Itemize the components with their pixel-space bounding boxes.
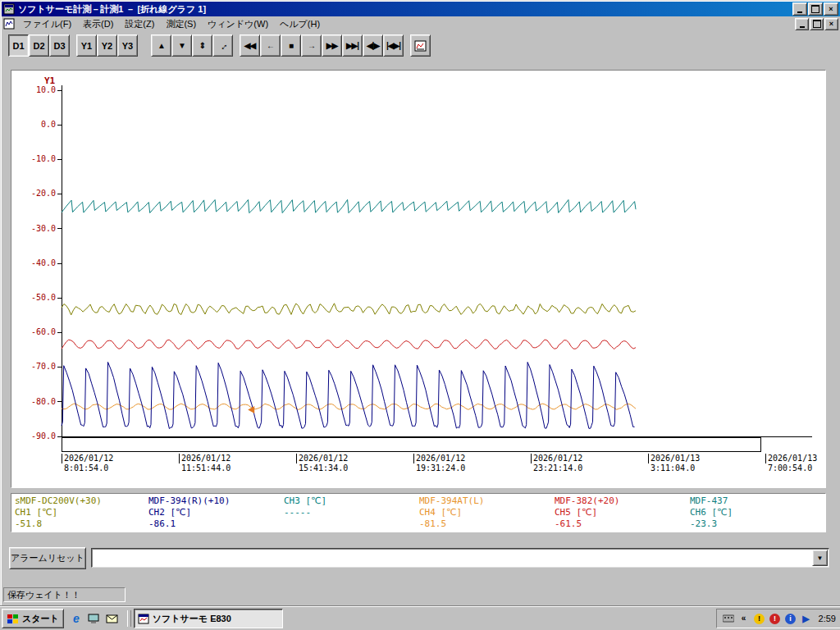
up-down-arrow-icon: ⇕	[199, 41, 205, 50]
x-tick-label-4: 2026/01/1219:31:24.0	[416, 454, 508, 473]
scroll-updown-button[interactable]: ⇕	[192, 34, 212, 57]
app-window: ソフトサーモ計測－計測1 － [折れ線グラフ 1] × ファイル(F) 表示(D…	[0, 0, 840, 607]
menu-settings[interactable]: 設定(Z)	[119, 16, 160, 32]
alarm-selector[interactable]: ▼	[91, 548, 829, 568]
step-back-button[interactable]: ←	[260, 34, 281, 57]
ie-icon[interactable]: e	[69, 611, 84, 626]
toolbar-y2-button[interactable]: Y2	[97, 34, 117, 57]
window-title: ソフトサーモ計測－計測1 － [折れ線グラフ 1]	[18, 3, 792, 16]
menu-help[interactable]: ヘルプ(H)	[274, 16, 326, 32]
x-tick-label-5: 2026/01/1223:21:14.0	[533, 454, 625, 473]
fast-forward-icon: ▶▶	[326, 41, 337, 50]
warning-tray-icon[interactable]: !	[753, 612, 766, 625]
alarm-reset-button[interactable]: アラームリセット	[9, 547, 86, 569]
toolbar-y3-button[interactable]: Y3	[117, 34, 138, 57]
status-text: 保存ウェイト！！	[7, 589, 80, 601]
channel-legend-ch6: MDF-437 CH6 [℃] -23.3	[690, 495, 823, 530]
step-forward-button[interactable]: →	[301, 34, 322, 57]
toolbar-y1-button[interactable]: Y1	[76, 34, 97, 57]
scroll-up-button[interactable]: ▲	[151, 34, 171, 57]
alarm-selector-value	[94, 551, 812, 563]
app-icon	[3, 3, 15, 15]
menu-measure[interactable]: 測定(S)	[160, 16, 202, 32]
child-close-button[interactable]: ×	[824, 18, 838, 30]
toolbar-d3-button[interactable]: D3	[49, 34, 70, 57]
minimize-button[interactable]	[792, 2, 807, 16]
rewind-icon: ◀◀	[244, 41, 255, 50]
expand-icon: ◀|▶	[367, 41, 379, 50]
alert-tray-icon[interactable]: !	[769, 612, 782, 625]
compress-time-button[interactable]: |◀▶|	[383, 34, 404, 57]
x-tick-label-1: 2026/01/128:01:54.0	[64, 454, 156, 473]
channel-legend-ch3: CH3 [℃] -----	[284, 495, 417, 518]
toolbar-d1-button[interactable]: D1	[8, 34, 29, 57]
channel-name: MDF-394(R)(+10)	[148, 495, 281, 507]
right-arrow-icon: →	[308, 41, 315, 50]
left-arrow-icon: ←	[267, 41, 274, 50]
child-minimize-button[interactable]	[795, 18, 809, 30]
system-tray: « ! ! i ▶ 2:59	[716, 609, 840, 628]
stop-icon: ■	[289, 41, 293, 50]
channel-name: MDF-394AT(L)	[419, 495, 552, 507]
time-range-bar[interactable]	[62, 438, 761, 452]
up-arrow-icon: ▲	[158, 41, 165, 50]
menu-file[interactable]: ファイル(F)	[17, 16, 77, 32]
plot-area	[11, 71, 825, 487]
taskbar-clock: 2:59	[819, 614, 836, 623]
menu-view[interactable]: 表示(D)	[77, 16, 119, 32]
windows-logo-icon	[7, 613, 20, 624]
fast-forward-button[interactable]: ▶▶	[322, 34, 342, 57]
alarm-row: アラームリセット ▼	[1, 546, 840, 570]
desktop-icon[interactable]	[87, 611, 102, 626]
channel-value: -86.1	[148, 518, 281, 530]
collapse-chevron-icon[interactable]: «	[737, 612, 751, 625]
status-panel: 保存ウェイト！！	[3, 587, 126, 602]
menu-window[interactable]: ウィンドウ(W)	[202, 16, 274, 32]
play-tray-icon[interactable]: ▶	[800, 612, 813, 625]
channel-value: -23.3	[690, 518, 823, 530]
channel-name: MDF-437	[690, 495, 823, 507]
expand-time-button[interactable]: ◀|▶	[363, 34, 383, 57]
restore-button[interactable]	[808, 2, 823, 16]
start-label: スタート	[22, 613, 59, 625]
channel-label: CH1 [℃]	[15, 507, 148, 518]
quick-launch: e	[69, 611, 120, 626]
task-app-icon	[138, 614, 149, 624]
input-device-icon[interactable]	[722, 612, 735, 625]
close-button[interactable]: ×	[824, 2, 838, 16]
compress-icon: |◀▶|	[386, 41, 400, 50]
channel-legend-ch1: sMDF-DC200V(+30) CH1 [℃] -51.8	[15, 495, 148, 530]
channel-legend-ch4: MDF-394AT(L) CH4 [℃] -81.5	[419, 495, 552, 530]
stop-button[interactable]: ■	[281, 34, 301, 57]
diagonal-arrow-icon: ↔	[215, 38, 230, 52]
channel-label: CH2 [℃]	[148, 507, 281, 518]
toolbar: D1 D2 D3 Y1 Y2 Y3 ▲ ▼ ⇕ ↔ ◀◀ ← ■ → ▶▶ ▶▶…	[2, 31, 840, 60]
dropdown-arrow-icon[interactable]: ▼	[812, 550, 828, 566]
x-tick-label-6: 2026/01/133:11:04.0	[651, 454, 742, 473]
to-end-icon: ▶▶|	[346, 41, 358, 50]
document-icon[interactable]	[3, 18, 15, 30]
mail-icon[interactable]	[105, 611, 120, 626]
zoom-diagonal-button[interactable]: ↔	[212, 34, 233, 57]
channel-label: CH4 [℃]	[419, 507, 552, 518]
child-restore-button[interactable]	[810, 18, 824, 30]
channel-value: -61.5	[555, 518, 687, 530]
task-button-softthermo[interactable]: ソフトサーモ E830	[134, 609, 283, 628]
taskbar-divider	[127, 610, 131, 627]
scroll-down-button[interactable]: ▼	[171, 34, 192, 57]
rewind-button[interactable]: ◀◀	[240, 34, 260, 57]
status-bar: 保存ウェイト！！	[2, 584, 840, 605]
channel-label: CH3 [℃]	[284, 495, 417, 507]
to-end-button[interactable]: ▶▶|	[342, 34, 363, 57]
toolbar-d2-button[interactable]: D2	[29, 34, 49, 57]
info-tray-icon[interactable]: i	[784, 612, 797, 625]
channel-legend-ch2: MDF-394(R)(+10) CH2 [℃] -86.1	[148, 495, 281, 530]
x-tick-label-2: 2026/01/1211:51:44.0	[181, 454, 273, 473]
title-bar: ソフトサーモ計測－計測1 － [折れ線グラフ 1] ×	[2, 2, 840, 16]
taskbar: スタート e ソフトサーモ E830 « ! !	[0, 606, 840, 630]
channel-value: -51.8	[15, 518, 148, 530]
menu-bar: ファイル(F) 表示(D) 設定(Z) 測定(S) ウィンドウ(W) ヘルプ(H…	[2, 16, 840, 31]
mini-graph-icon	[414, 40, 427, 52]
graph-type-button[interactable]	[410, 34, 431, 57]
start-button[interactable]: スタート	[2, 609, 64, 628]
